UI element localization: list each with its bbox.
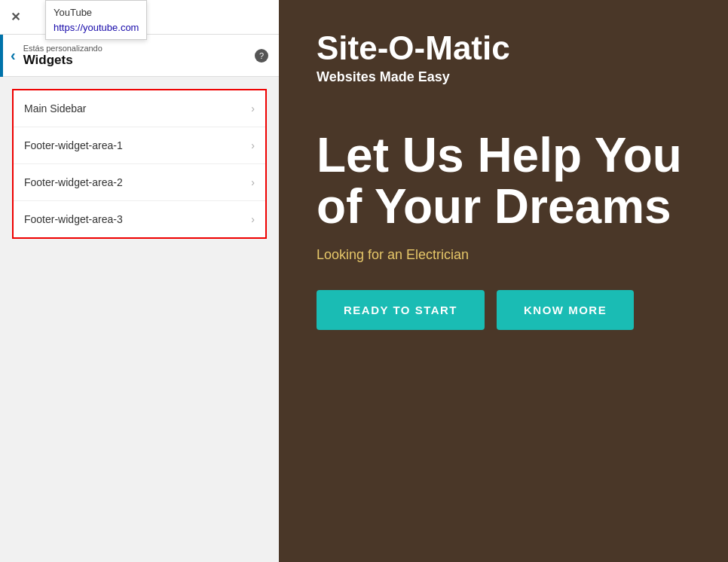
widget-area-footer-3[interactable]: Footer-widget-area-3 ›	[14, 201, 265, 237]
back-bar: ‹ Estás personalizando Widgets ?	[0, 35, 279, 77]
site-title: Site-O-Matic	[317, 30, 690, 66]
tooltip-url[interactable]: https://youtube.com	[54, 22, 139, 33]
help-icon[interactable]: ?	[255, 49, 268, 63]
back-bar-content: Estás personalizando Widgets	[23, 44, 247, 68]
close-button[interactable]: ✕	[11, 11, 20, 23]
hero-heading-line1: Let Us Help You	[317, 128, 682, 182]
hero-heading-line2: of Your Dreams	[317, 179, 671, 234]
widget-area-footer-2[interactable]: Footer-widget-area-2 ›	[14, 164, 265, 201]
widget-areas-list: Main Sidebar › Footer-widget-area-1 › Fo…	[12, 89, 267, 239]
cta-buttons: READY TO START KNOW MORE	[317, 290, 690, 330]
back-button[interactable]: ‹	[11, 47, 16, 64]
chevron-right-icon: ›	[251, 139, 255, 151]
chevron-right-icon: ›	[251, 213, 255, 225]
chevron-right-icon: ›	[251, 102, 255, 115]
hero-heading: Let Us Help You of Your Dreams	[317, 130, 690, 231]
know-more-button[interactable]: KNOW MORE	[497, 290, 634, 330]
left-accent-bar	[0, 35, 3, 77]
widget-area-label: Footer-widget-area-1	[24, 139, 123, 151]
ready-to-start-button[interactable]: READY TO START	[317, 290, 485, 330]
tooltip-name: YouTube	[54, 7, 92, 18]
right-panel: Site-O-Matic Websites Made Easy Let Us H…	[279, 0, 728, 562]
site-subtitle: Websites Made Easy	[317, 69, 690, 85]
tooltip-popup: YouTube https://youtube.com	[45, 0, 147, 40]
widgets-title: Widgets	[23, 53, 247, 68]
widget-area-label: Main Sidebar	[24, 102, 87, 115]
customizing-label: Estás personalizando	[23, 44, 247, 53]
hero-subtext: Looking for an Electrician	[317, 247, 690, 263]
widget-area-label: Footer-widget-area-3	[24, 213, 123, 225]
widget-area-label: Footer-widget-area-2	[24, 176, 123, 188]
widget-area-footer-1[interactable]: Footer-widget-area-1 ›	[14, 127, 265, 164]
widget-area-main-sidebar[interactable]: Main Sidebar ›	[14, 90, 265, 127]
left-panel: YouTube https://youtube.com ✕ ‹ Estás pe…	[0, 0, 279, 562]
chevron-right-icon: ›	[251, 176, 255, 188]
